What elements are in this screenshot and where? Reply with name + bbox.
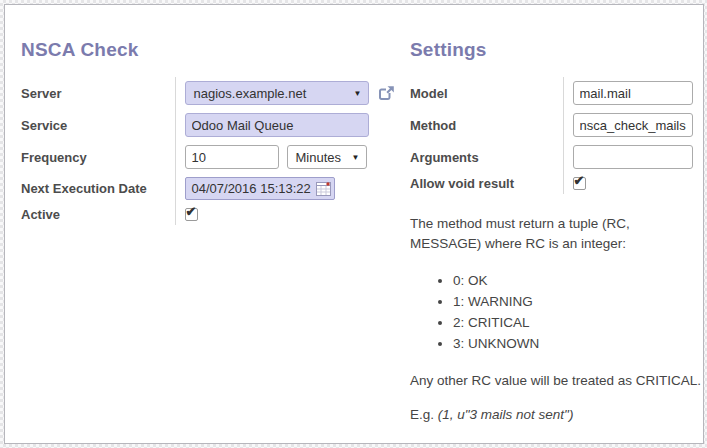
open-record-icon[interactable] [377, 84, 396, 102]
screenshot-background: NSCA Check Server nagios.example.net ▼ [0, 0, 707, 448]
return-code-list: 0: OK 1: WARNING 2: CRITICAL 3: UNKNOWN [410, 271, 704, 355]
chevron-down-icon: ▼ [354, 89, 362, 98]
next-execution-date-value: 04/07/2016 15:13:22 [192, 181, 311, 196]
service-input[interactable] [185, 113, 369, 137]
calendar-icon[interactable] [316, 181, 331, 196]
help-example-prefix: E.g. [410, 407, 438, 422]
external-link-icon [377, 84, 396, 102]
next-execution-date-input[interactable]: 04/07/2016 15:13:22 [185, 177, 335, 200]
allow-void-result-checkbox[interactable]: ✔ [573, 177, 586, 190]
arguments-label: Arguments [410, 141, 563, 173]
next-execution-date-label: Next Execution Date [21, 173, 175, 204]
help-intro: The method must return a tuple (RC, MESS… [410, 214, 704, 255]
check-icon: ✔ [574, 176, 585, 186]
field-row-next-execution-date: Next Execution Date 04/07/2016 15:13:22 [21, 173, 396, 204]
method-label: Method [410, 109, 563, 141]
return-code-item: 0: OK [453, 271, 704, 291]
field-row-arguments: Arguments [410, 141, 693, 173]
server-select-value: nagios.example.net [194, 86, 307, 101]
field-row-service: Service [21, 109, 396, 141]
help-critical-note: Any other RC value will be treated as CR… [410, 371, 704, 391]
form-panel: NSCA Check Server nagios.example.net ▼ [4, 4, 704, 444]
return-code-item: 3: UNKNOWN [453, 334, 704, 354]
settings-field-group: Model Method Arguments [410, 77, 693, 194]
frequency-unit-select[interactable]: Minutes ▼ [287, 145, 367, 169]
frequency-unit-value: Minutes [296, 150, 342, 165]
active-label: Active [21, 204, 175, 225]
help-example-value: (1, u"3 mails not sent") [438, 407, 574, 422]
help-example: E.g. (1, u"3 mails not sent") [410, 405, 704, 425]
field-row-allow-void-result: Allow void result ✔ [410, 173, 693, 194]
field-row-method: Method [410, 109, 693, 141]
active-checkbox[interactable]: ✔ [185, 208, 198, 221]
server-select[interactable]: nagios.example.net ▼ [185, 81, 369, 105]
return-code-item: 1: WARNING [453, 292, 704, 312]
arguments-input[interactable] [573, 145, 693, 169]
return-code-item: 2: CRITICAL [453, 313, 704, 333]
service-label: Service [21, 109, 175, 141]
model-label: Model [410, 77, 563, 109]
chevron-down-icon: ▼ [352, 153, 360, 162]
nsca-check-section: NSCA Check Server nagios.example.net ▼ [21, 39, 410, 439]
check-icon: ✔ [186, 207, 197, 217]
model-input[interactable] [573, 81, 693, 105]
field-row-active: Active ✔ [21, 204, 396, 225]
field-row-frequency: Frequency Minutes ▼ [21, 141, 396, 173]
form-sheet: NSCA Check Server nagios.example.net ▼ [5, 5, 703, 439]
method-help-text: The method must return a tuple (RC, MESS… [410, 214, 704, 425]
method-input[interactable] [573, 113, 693, 137]
frequency-label: Frequency [21, 141, 175, 173]
settings-section: Settings Model Method [410, 39, 704, 439]
field-row-server: Server nagios.example.net ▼ [21, 77, 396, 109]
allow-void-result-label: Allow void result [410, 173, 563, 194]
nsca-check-title: NSCA Check [21, 39, 410, 61]
field-row-model: Model [410, 77, 693, 109]
server-label: Server [21, 77, 175, 109]
nsca-check-field-group: Server nagios.example.net ▼ [21, 77, 396, 225]
settings-title: Settings [410, 39, 704, 61]
frequency-input[interactable] [185, 145, 279, 169]
